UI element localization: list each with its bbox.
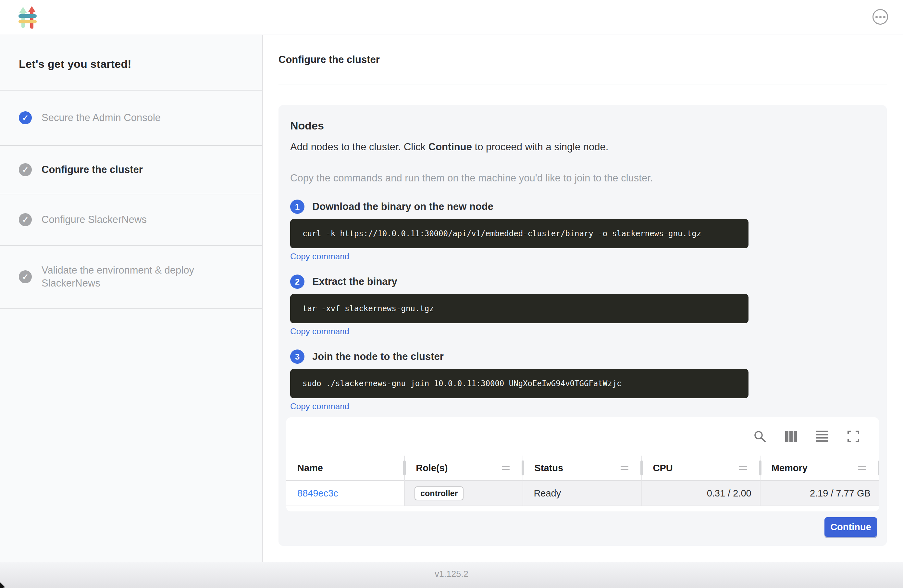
column-header-name[interactable]: Name [286, 456, 405, 481]
column-menu-icon[interactable] [502, 466, 510, 470]
join-step-2-header: 2 Extract the binary [290, 275, 875, 289]
node-name-link[interactable]: 8849ec3c [297, 488, 338, 499]
search-icon[interactable] [753, 430, 767, 443]
sidebar-item-secure-admin-console[interactable]: ✓ Secure the Admin Console [0, 90, 262, 145]
step-number-badge: 3 [290, 349, 304, 364]
join-command-text: sudo ./slackernews-gnu join 10.0.0.11:30… [302, 379, 621, 388]
column-header-memory[interactable]: Memory [760, 456, 879, 481]
join-command-block: sudo ./slackernews-gnu join 10.0.0.11:30… [290, 369, 749, 398]
join-instruction-text: Copy the commands and run them on the ma… [290, 172, 875, 184]
check-circle-icon: ✓ [19, 270, 32, 283]
download-command-block: curl -k https://10.0.0.11:30000/api/v1/e… [290, 219, 749, 248]
sidebar-heading: Let's get you started! [0, 35, 262, 90]
column-header-roles[interactable]: Role(s) [405, 456, 523, 481]
step-number-badge: 1 [290, 200, 304, 214]
sidebar-item-label: Secure the Admin Console [42, 111, 160, 124]
check-circle-icon: ✓ [19, 213, 32, 226]
copy-command-link-1[interactable]: Copy command [290, 252, 349, 261]
sidebar-item-label: Validate the environment & deploy Slacke… [42, 264, 245, 289]
node-status-cell: Ready [523, 481, 642, 506]
main-content: Configure the cluster Nodes Add nodes to… [264, 35, 903, 562]
column-header-status[interactable]: Status [523, 456, 642, 481]
footer-bar: v1.125.2 [0, 562, 903, 588]
top-header-bar [0, 0, 903, 35]
sidebar-item-configure-slackernews[interactable]: ✓ Configure SlackerNews [0, 194, 262, 245]
table-row: 8849ec3c controller Ready 0.31 / 2.00 2.… [286, 481, 879, 506]
density-icon[interactable] [815, 430, 829, 443]
column-menu-icon[interactable] [858, 466, 866, 470]
sidebar-item-label: Configure the cluster [42, 163, 143, 176]
mouse-cursor [0, 582, 7, 588]
copy-command-link-2[interactable]: Copy command [290, 327, 349, 336]
continue-button[interactable]: Continue [824, 517, 877, 537]
title-divider [278, 84, 887, 84]
nodes-card: Nodes Add nodes to the cluster. Click Co… [278, 105, 887, 546]
column-menu-icon[interactable] [621, 466, 628, 470]
role-chip: controller [414, 486, 464, 500]
ellipsis-icon [875, 16, 878, 18]
node-roles-cell: controller [405, 481, 523, 506]
join-step-3-header: 3 Join the node to the cluster [290, 349, 875, 364]
copy-command-link-3[interactable]: Copy command [290, 401, 349, 412]
column-menu-icon[interactable] [739, 466, 747, 470]
nodes-card-description: Add nodes to the cluster. Click Continue… [290, 141, 875, 153]
check-circle-icon: ✓ [19, 111, 32, 124]
table-header-row: Name Role(s) Status CPU [286, 456, 879, 481]
table-toolbar [286, 417, 879, 456]
version-label: v1.125.2 [435, 569, 468, 579]
extract-command-text: tar -xvf slackernews-gnu.tgz [302, 304, 434, 313]
node-memory-cell: 2.19 / 7.77 GB [760, 481, 879, 506]
page-title: Configure the cluster [278, 54, 887, 66]
setup-steps-sidebar: Let's get you started! ✓ Secure the Admi… [0, 35, 263, 562]
extract-command-block: tar -xvf slackernews-gnu.tgz [290, 294, 749, 323]
sidebar-item-validate-deploy[interactable]: ✓ Validate the environment & deploy Slac… [0, 245, 262, 308]
more-options-button[interactable] [873, 9, 888, 25]
slackernews-logo-icon [18, 6, 38, 28]
node-cpu-cell: 0.31 / 2.00 [642, 481, 760, 506]
download-command-text: curl -k https://10.0.0.11:30000/api/v1/e… [302, 229, 701, 238]
sidebar-item-configure-cluster[interactable]: ✓ Configure the cluster [0, 145, 262, 194]
check-circle-icon: ✓ [19, 163, 32, 176]
nodes-card-heading: Nodes [290, 119, 875, 132]
nodes-table-panel: Name Role(s) Status CPU [286, 417, 879, 511]
join-step-1-header: 1 Download the binary on the new node [290, 200, 875, 214]
node-name-cell: 8849ec3c [286, 481, 405, 506]
step-number-badge: 2 [290, 275, 304, 289]
column-header-cpu[interactable]: CPU [642, 456, 760, 481]
column-resize-handle[interactable] [878, 461, 879, 475]
view-columns-icon[interactable] [784, 430, 798, 443]
sidebar-item-label: Configure SlackerNews [42, 213, 147, 226]
fullscreen-icon[interactable] [846, 430, 860, 443]
